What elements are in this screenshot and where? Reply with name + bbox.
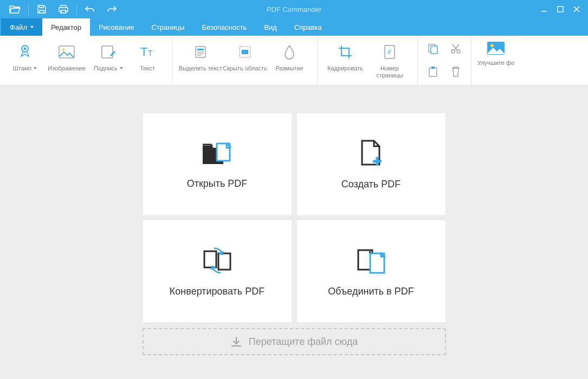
dropzone-label: Перетащите файл сюда <box>249 336 358 348</box>
convert-icon <box>201 246 234 275</box>
ribbon-pagenumber[interactable]: # Номер страницы <box>367 39 412 79</box>
download-icon <box>230 336 242 348</box>
svg-rect-8 <box>102 46 113 58</box>
card-open-pdf[interactable]: Открыть PDF <box>143 113 292 215</box>
print-icon <box>58 4 69 14</box>
ribbon-blur[interactable]: Размытие <box>267 39 312 72</box>
paste-icon <box>427 66 439 77</box>
svg-rect-30 <box>217 143 230 161</box>
stamp-icon <box>17 44 33 60</box>
svg-rect-12 <box>197 49 204 50</box>
redo-icon <box>106 5 117 13</box>
dropzone[interactable]: Перетащите файл сюда <box>143 328 446 355</box>
card-convert-pdf[interactable]: Конвертировать PDF <box>143 220 292 323</box>
ribbon-cut[interactable] <box>445 38 467 60</box>
title-bar: PDF Commander <box>0 0 588 18</box>
menu-view[interactable]: Вид <box>255 18 286 36</box>
svg-text:T: T <box>148 49 153 57</box>
pagenumber-icon: # <box>383 44 396 60</box>
photo-icon <box>487 41 505 55</box>
menu-pages[interactable]: Страницы <box>143 18 193 36</box>
cut-icon <box>450 43 462 55</box>
folder-open-icon <box>9 4 21 14</box>
document-plus-icon <box>358 139 385 168</box>
blur-icon <box>283 44 295 60</box>
chevron-down-icon <box>34 67 37 69</box>
ribbon-stamp[interactable]: Штамп <box>5 39 44 72</box>
maximize-button[interactable] <box>552 0 568 18</box>
save-icon <box>37 4 47 14</box>
menu-bar: Файл Редактор Рисование Страницы Безопас… <box>0 18 588 36</box>
chevron-down-icon <box>30 26 34 28</box>
ribbon-enhance-photo[interactable]: Улучшите фо <box>471 36 520 85</box>
merge-icon <box>355 246 387 275</box>
print-button[interactable] <box>53 0 74 18</box>
svg-rect-1 <box>558 6 563 12</box>
card-label: Создать PDF <box>341 179 400 190</box>
svg-rect-33 <box>204 251 216 267</box>
menu-file-label: Файл <box>10 23 27 31</box>
minimize-button[interactable] <box>536 0 552 18</box>
text-icon: TT <box>139 45 156 59</box>
ribbon-crop[interactable]: Кадрировать <box>323 39 367 72</box>
svg-rect-27 <box>431 67 435 69</box>
ribbon-copy[interactable] <box>422 38 444 60</box>
ribbon-text[interactable]: TT Текст <box>128 39 167 72</box>
close-icon <box>573 6 580 12</box>
maximize-icon <box>557 6 564 12</box>
menu-drawing[interactable]: Рисование <box>90 18 143 36</box>
menu-security[interactable]: Безопасность <box>193 18 255 36</box>
card-label: Конвертировать PDF <box>170 286 264 297</box>
svg-point-7 <box>62 49 65 51</box>
menu-help[interactable]: Справка <box>286 18 331 36</box>
ribbon-delete[interactable] <box>445 61 467 82</box>
svg-rect-26 <box>429 68 437 76</box>
svg-rect-21 <box>431 46 437 54</box>
open-folder-button[interactable] <box>4 0 26 18</box>
card-merge-pdf[interactable]: Объединить в PDF <box>296 220 446 323</box>
close-button[interactable] <box>568 0 585 18</box>
svg-text:#: # <box>387 48 391 56</box>
save-button[interactable] <box>31 0 53 18</box>
signature-icon <box>101 45 116 59</box>
ribbon-toolbar: Штамп Изображение Подпись TT Текст Выдел… <box>0 36 588 86</box>
svg-text:T: T <box>140 45 147 58</box>
workspace: Открыть PDF Создать PDF Конвертировать P… <box>0 86 588 379</box>
hide-area-icon <box>238 45 252 59</box>
ribbon-hide[interactable]: Скрыть область <box>223 39 267 72</box>
highlight-icon <box>193 45 208 59</box>
card-label: Объединить в PDF <box>328 286 413 297</box>
action-cards: Открыть PDF Создать PDF Конвертировать P… <box>143 113 446 323</box>
redo-button[interactable] <box>101 0 122 18</box>
crop-icon <box>338 44 353 60</box>
ribbon-highlight[interactable]: Выделить текст <box>178 39 223 72</box>
ribbon-image[interactable]: Изображение <box>44 39 89 72</box>
image-icon <box>59 45 75 58</box>
chevron-down-icon <box>120 67 123 69</box>
menu-file[interactable]: Файл <box>1 18 42 36</box>
card-label: Открыть PDF <box>187 178 248 190</box>
undo-icon <box>85 5 95 13</box>
folder-document-icon <box>201 139 234 167</box>
ribbon-paste[interactable] <box>422 61 444 82</box>
card-create-pdf[interactable]: Создать PDF <box>296 113 446 215</box>
menu-editor[interactable]: Редактор <box>42 18 90 36</box>
svg-rect-34 <box>218 253 230 270</box>
svg-point-29 <box>490 44 494 47</box>
ribbon-signature[interactable]: Подпись <box>89 39 128 72</box>
copy-icon <box>427 43 439 55</box>
undo-button[interactable] <box>79 0 101 18</box>
trash-icon <box>450 66 461 77</box>
svg-rect-17 <box>242 50 248 54</box>
svg-point-5 <box>24 48 27 50</box>
minimize-icon <box>541 6 547 12</box>
